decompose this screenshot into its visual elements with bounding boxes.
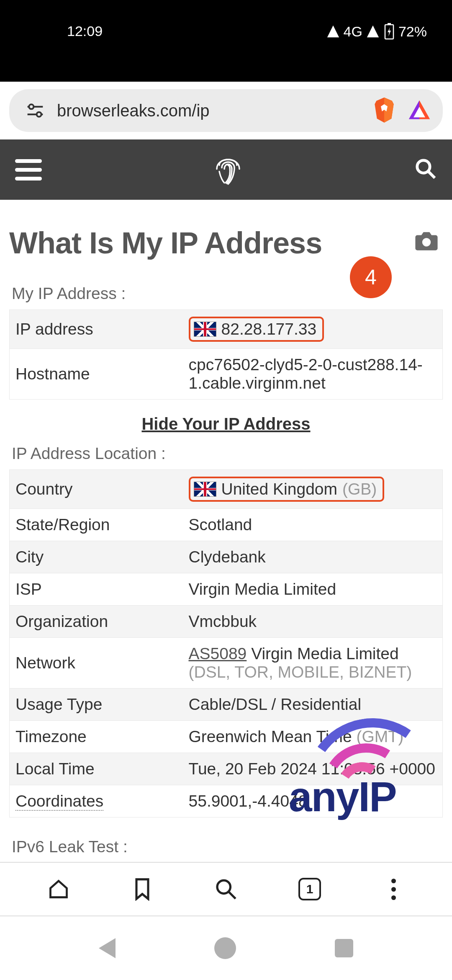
status-bar: 12:09 4G 72% [0, 0, 452, 82]
section-location: IP Address Location : [12, 444, 443, 463]
label-coordinates: Coordinates [10, 785, 183, 818]
value-ip-address-cell: 82.28.177.33 [183, 310, 443, 349]
search-button[interactable] [414, 157, 437, 182]
ip-table: IP address 82.28.177.33 Hostname cpc7650… [9, 309, 443, 400]
value-isp: Virgin Media Limited [183, 573, 443, 606]
value-ip-address: 82.28.177.33 [221, 320, 317, 338]
svg-line-9 [429, 172, 435, 178]
svg-point-10 [422, 238, 431, 246]
hide-ip-link-wrap: Hide Your IP Address [9, 415, 443, 433]
label-country: Country [10, 470, 183, 509]
network-types: (DSL, TOR, MOBILE, BIZNET) [189, 663, 412, 681]
value-city: Clydebank [183, 541, 443, 573]
browser-toolbar: 1 [0, 862, 452, 916]
value-country-code: (GB) [342, 480, 377, 498]
system-nav-bar [0, 916, 452, 980]
value-country-cell: United Kingdom (GB) [183, 470, 443, 509]
home-button[interactable] [47, 877, 70, 901]
table-row: Country United Kingdom (GB) [10, 470, 443, 509]
value-state: Scotland [183, 509, 443, 541]
svg-point-11 [217, 880, 231, 894]
country-highlight: United Kingdom (GB) [189, 477, 385, 502]
table-row: Hostname cpc76502-clyd5-2-0-cust288.14-1… [10, 349, 443, 400]
battery-percent: 72% [398, 23, 427, 40]
label-city: City [10, 541, 183, 573]
table-row: IP address 82.28.177.33 [10, 310, 443, 349]
label-hostname: Hostname [10, 349, 183, 400]
anyip-watermark: anyIP [289, 735, 431, 821]
signal-icon [326, 24, 340, 39]
label-usage-type: Usage Type [10, 689, 183, 721]
url-text[interactable]: browserleaks.com/ip [57, 101, 372, 120]
status-time: 12:09 [25, 23, 103, 39]
value-country: United Kingdom [221, 480, 338, 498]
value-hostname: cpc76502-clyd5-2-0-cust288.14-1.cable.vi… [183, 349, 443, 400]
tab-count: 1 [298, 878, 321, 900]
site-logo-fingerprint-icon[interactable] [213, 152, 243, 187]
signal-icon-2 [366, 24, 380, 39]
site-settings-icon[interactable] [26, 101, 44, 120]
bookmark-button[interactable] [131, 877, 154, 901]
ip-highlight: 82.28.177.33 [189, 317, 324, 342]
menu-button[interactable] [382, 877, 405, 901]
table-row: ISP Virgin Media Limited [10, 573, 443, 606]
label-isp: ISP [10, 573, 183, 606]
svg-rect-1 [388, 23, 391, 25]
hide-ip-link[interactable]: Hide Your IP Address [141, 415, 310, 433]
network-name: Virgin Media Limited [247, 645, 398, 663]
status-right: 4G 72% [326, 23, 427, 40]
menu-button[interactable] [15, 159, 42, 181]
svg-point-8 [417, 160, 430, 173]
network-label: 4G [344, 23, 362, 40]
value-usage-type: Cable/DSL / Residential [183, 689, 443, 721]
table-row: Usage Type Cable/DSL / Residential [10, 689, 443, 721]
tabs-button[interactable]: 1 [298, 877, 321, 901]
site-header [0, 139, 452, 200]
url-bar[interactable]: browserleaks.com/ip [9, 89, 443, 132]
browser-url-region: browserleaks.com/ip [0, 82, 452, 139]
label-state: State/Region [10, 509, 183, 541]
home-button-system[interactable] [214, 937, 236, 959]
value-network-cell: AS5089 Virgin Media Limited (DSL, TOR, M… [183, 638, 443, 689]
flag-uk-icon [194, 322, 216, 337]
brave-shields-icon[interactable] [372, 96, 396, 125]
svg-point-5 [37, 112, 41, 117]
table-row: City Clydebank [10, 541, 443, 573]
annotation-badge: 4 [350, 256, 392, 298]
label-local-time: Local Time [10, 753, 183, 785]
back-button[interactable] [99, 938, 116, 958]
search-button[interactable] [214, 877, 238, 901]
screenshot-icon[interactable] [414, 231, 439, 253]
table-row: Network AS5089 Virgin Media Limited (DSL… [10, 638, 443, 689]
svg-line-12 [229, 892, 236, 899]
anyip-logo-icon [289, 735, 431, 785]
brave-rewards-icon[interactable] [408, 98, 431, 123]
label-network: Network [10, 638, 183, 689]
kebab-icon [391, 879, 396, 900]
battery-charging-icon [383, 23, 395, 40]
network-asn-link[interactable]: AS5089 [189, 645, 247, 663]
value-organization: Vmcbbuk [183, 606, 443, 638]
svg-point-2 [29, 104, 33, 109]
label-timezone: Timezone [10, 721, 183, 753]
table-row: State/Region Scotland [10, 509, 443, 541]
recents-button[interactable] [335, 939, 353, 957]
flag-uk-icon [194, 482, 216, 497]
label-ip-address: IP address [10, 310, 183, 349]
label-organization: Organization [10, 606, 183, 638]
page-title: What Is My IP Address [9, 226, 322, 260]
table-row: Organization Vmcbbuk [10, 606, 443, 638]
